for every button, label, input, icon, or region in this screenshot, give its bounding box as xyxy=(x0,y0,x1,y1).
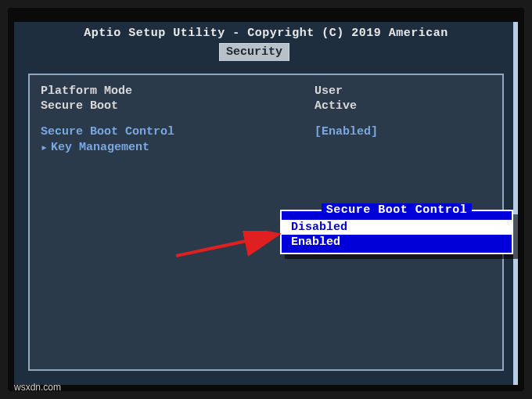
watermark: wsxdn.com xyxy=(14,382,61,393)
monitor-bezel: Aptio Setup Utility - Copyright (C) 2019… xyxy=(8,8,524,391)
popup-option-disabled[interactable]: Disabled xyxy=(282,220,512,235)
key-management-row[interactable]: ▸ Key Management xyxy=(41,140,491,155)
secure-boot-control-label: Secure Boot Control xyxy=(41,125,315,138)
secure-boot-control-value: [Enabled] xyxy=(315,125,378,138)
secure-boot-control-popup: Secure Boot Control Disabled Enabled xyxy=(280,210,513,254)
platform-mode-label: Platform Mode xyxy=(41,84,315,98)
submenu-arrow-icon: ▸ xyxy=(41,140,48,155)
popup-title: Secure Boot Control xyxy=(322,203,473,217)
secure-boot-status-row: Secure Boot Active xyxy=(41,99,491,113)
panel-divider xyxy=(513,22,518,385)
spacer xyxy=(41,114,491,125)
secure-boot-status-label: Secure Boot xyxy=(41,99,315,113)
tab-security[interactable]: Security xyxy=(219,43,289,61)
bios-header-title: Aptio Setup Utility - Copyright (C) 2019… xyxy=(14,22,518,43)
secure-boot-status-value: Active xyxy=(315,99,357,113)
secure-boot-control-row[interactable]: Secure Boot Control [Enabled] xyxy=(41,125,491,138)
platform-mode-row: Platform Mode User xyxy=(41,84,491,98)
key-management-label: Key Management xyxy=(51,141,149,154)
popup-option-enabled[interactable]: Enabled xyxy=(282,235,512,250)
tab-bar: Security xyxy=(25,43,507,60)
platform-mode-value: User xyxy=(315,84,343,98)
